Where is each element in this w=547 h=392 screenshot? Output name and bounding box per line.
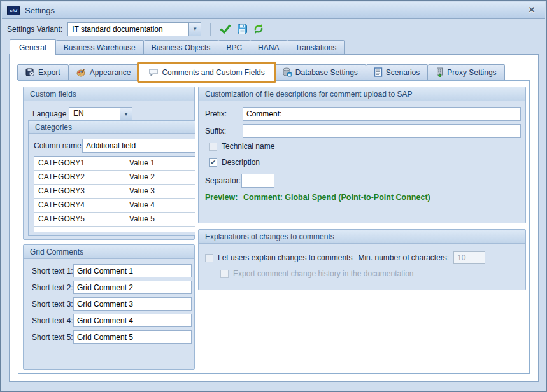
tab-appearance[interactable]: Appearance (69, 64, 139, 80)
custom-fields-header: Custom fields (24, 87, 194, 101)
technical-name-label: Technical name (222, 142, 274, 151)
proxy-icon (436, 67, 444, 77)
custom-fields-group: Custom fields Language EN ▼ Categories C… (23, 87, 195, 240)
table-row[interactable]: CATEGORY3 Value 3 (34, 185, 195, 199)
refresh-button[interactable] (250, 22, 267, 37)
value-cell[interactable]: Value 4 (125, 199, 195, 212)
group-title: Categories (35, 123, 72, 132)
tab-label: Scenarios (386, 68, 420, 77)
export-history-label: Export comment change history in the doc… (233, 269, 414, 278)
description-label: Description (222, 158, 260, 167)
tab-database-settings[interactable]: Database Settings (274, 64, 366, 80)
save-button[interactable] (234, 22, 250, 37)
tab-label: Translations (295, 43, 336, 52)
explanations-header: Explanations of changes to comments (199, 230, 525, 244)
sub-tab-strip: Export Appearance Comments and Custom Fi… (17, 63, 505, 80)
prefix-input[interactable] (243, 107, 521, 121)
database-icon (282, 67, 292, 77)
apply-button[interactable] (217, 22, 234, 37)
short-text-5-input[interactable] (73, 330, 192, 344)
category-cell[interactable]: CATEGORY5 (34, 213, 125, 226)
settings-dialog: cid Settings ✕ Settings Variant: IT stan… (0, 0, 547, 392)
settings-variant-value[interactable]: IT standard documentation (67, 22, 188, 36)
settings-variant-combobox[interactable]: IT standard documentation ▼ (67, 22, 201, 36)
grid-comments-header: Grid Comments (24, 245, 194, 259)
category-cell[interactable]: CATEGORY1 (34, 157, 125, 170)
customization-group: Customization of file descriptions for c… (198, 87, 526, 223)
tab-bpc[interactable]: BPC (218, 40, 250, 55)
tab-label: Appearance (90, 68, 131, 77)
value-cell[interactable]: Value 3 (125, 185, 195, 198)
customization-header: Customization of file descriptions for c… (199, 87, 525, 101)
value-cell[interactable]: Value 5 (125, 213, 195, 226)
separator-label: Separator: (205, 176, 241, 185)
scenarios-icon (374, 67, 383, 77)
chevron-down-icon[interactable]: ▼ (188, 22, 201, 36)
checkbox-icon (205, 254, 213, 262)
variant-toolbar: Settings Variant: IT standard documentat… (2, 20, 545, 38)
tab-scenarios[interactable]: Scenarios (366, 64, 428, 80)
short-text-4-input[interactable] (73, 314, 192, 327)
tab-label: BPC (226, 43, 242, 52)
tab-general[interactable]: General (10, 39, 56, 55)
tab-proxy-settings[interactable]: Proxy Settings (428, 64, 504, 80)
tab-comments-and-custom-fields[interactable]: Comments and Custom Fields (139, 64, 274, 81)
column-name-input[interactable] (82, 139, 195, 153)
let-users-explain-checkbox[interactable] (205, 254, 213, 262)
save-icon (237, 24, 248, 34)
min-chars-input (453, 251, 485, 264)
category-cell[interactable]: CATEGORY2 (34, 171, 125, 184)
short-text-4-label: Short text 4: (32, 316, 73, 325)
tab-label: Comments and Custom Fields (162, 68, 264, 77)
settings-variant-label: Settings Variant: (7, 25, 62, 34)
short-text-2-input[interactable] (73, 281, 192, 294)
table-row[interactable]: CATEGORY1 Value 1 (34, 157, 195, 171)
tab-label: Business Warehouse (64, 43, 136, 52)
tab-label: Export (38, 68, 60, 77)
description-checkbox[interactable]: ✔ Description (209, 158, 260, 167)
table-row[interactable]: CATEGORY5 Value 5 (34, 213, 195, 227)
tab-label: Database Settings (295, 68, 358, 77)
tab-translations[interactable]: Translations (287, 40, 345, 55)
tab-label: Proxy Settings (447, 68, 496, 77)
suffix-input[interactable] (243, 124, 521, 138)
table-row[interactable]: CATEGORY4 Value 4 (34, 199, 195, 213)
group-title: Explanations of changes to comments (205, 232, 334, 241)
tab-label: Business Objects (152, 43, 211, 52)
min-chars-label: Min. number of characters: (358, 253, 449, 262)
value-cell[interactable]: Value 1 (125, 157, 195, 170)
language-value[interactable]: EN (69, 107, 120, 121)
export-history-checkbox: Export comment change history in the doc… (220, 269, 414, 278)
short-text-1-input[interactable] (73, 264, 192, 277)
app-logo-icon: cid (7, 6, 20, 15)
main-tab-strip: General Business Warehouse Business Obje… (10, 39, 345, 55)
refresh-icon (253, 24, 264, 34)
tab-business-warehouse[interactable]: Business Warehouse (56, 40, 144, 55)
checkbox-checked-icon: ✔ (209, 158, 217, 167)
language-label: Language (32, 109, 66, 118)
toolbar-separator (210, 23, 211, 36)
category-cell[interactable]: CATEGORY4 (34, 199, 125, 212)
close-icon[interactable]: ✕ (526, 5, 537, 15)
export-icon (25, 68, 35, 77)
short-text-3-input[interactable] (73, 297, 192, 311)
chevron-down-icon[interactable]: ▼ (120, 107, 132, 121)
language-combobox[interactable]: EN ▼ (69, 107, 132, 121)
technical-name-checkbox[interactable]: Technical name (209, 142, 274, 151)
comments-custom-fields-panel: Custom fields Language EN ▼ Categories C… (18, 80, 530, 374)
tab-hana[interactable]: HANA (250, 40, 287, 55)
title-bar: cid Settings ✕ (2, 2, 545, 19)
tab-export[interactable]: Export (17, 64, 69, 80)
table-row[interactable]: CATEGORY2 Value 2 (34, 171, 195, 185)
tab-business-objects[interactable]: Business Objects (144, 40, 219, 55)
appearance-icon (76, 68, 87, 77)
value-cell[interactable]: Value 2 (125, 171, 195, 184)
tab-label: General (19, 43, 46, 52)
tab-label: HANA (258, 43, 279, 52)
suffix-label: Suffix: (205, 127, 226, 136)
group-title: Custom fields (30, 90, 76, 99)
categories-table: CATEGORY1 Value 1 CATEGORY2 Value 2 CATE… (34, 156, 195, 232)
category-cell[interactable]: CATEGORY3 (34, 185, 125, 198)
checkbox-icon (209, 143, 217, 151)
separator-input[interactable] (241, 174, 274, 188)
